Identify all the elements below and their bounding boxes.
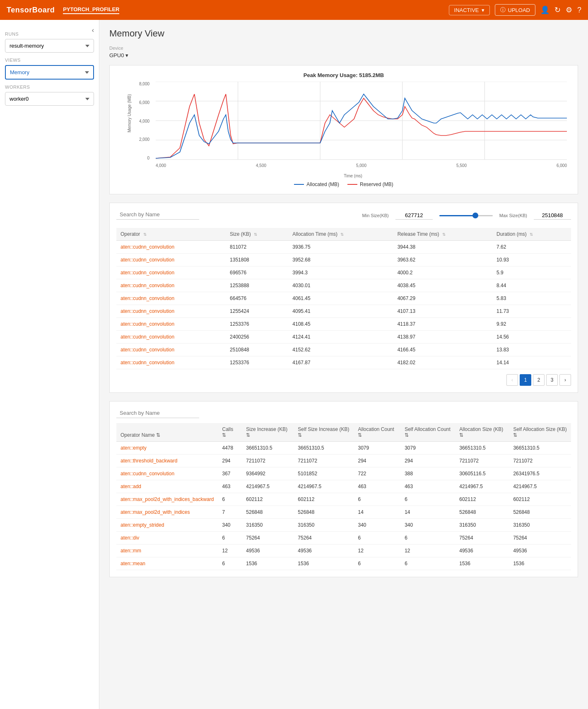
duration-cell: 5.83	[492, 292, 571, 305]
page-2-button[interactable]: 2	[533, 374, 545, 386]
col-size[interactable]: Size (KB) ⇅	[226, 228, 288, 241]
self-alloc-count-cell: 12	[400, 544, 455, 557]
duration-cell: 10.93	[492, 254, 571, 266]
self-size-increase-cell: 4214967.5	[294, 480, 354, 493]
col2-self-size-increase[interactable]: Self Size Increase (KB) ⇅	[294, 423, 354, 442]
operator-cell: aten::cudnn_convolution	[116, 241, 226, 254]
self-size-increase-cell: 75264	[294, 532, 354, 544]
alloc-count-cell: 463	[354, 480, 400, 493]
size-cell: 1253376	[226, 356, 288, 369]
size-cell: 1253376	[226, 318, 288, 331]
calls-cell: 340	[218, 519, 242, 532]
op-name-cell: aten::div	[116, 532, 218, 544]
alloc-size-cell: 30605116.5	[455, 467, 509, 480]
calls-cell: 6	[218, 557, 242, 570]
op-name-cell: aten::mean	[116, 557, 218, 570]
table1-header: Operator ⇅ Size (KB) ⇅ Allocation Time (…	[116, 228, 571, 241]
col2-size-increase[interactable]: Size Increase (KB) ⇅	[242, 423, 294, 442]
op-name-cell: aten::max_pool2d_with_indices_backward	[116, 493, 218, 506]
device-select[interactable]: GPU0 ▾	[109, 52, 578, 58]
table-row: aten::cudnn_convolution 2400256 4124.41 …	[116, 331, 571, 344]
size-increase-cell: 602112	[242, 493, 294, 506]
col2-op-name[interactable]: Operator Name ⇅	[116, 423, 218, 442]
col-duration[interactable]: Duration (ms) ⇅	[492, 228, 571, 241]
col2-calls[interactable]: Calls ⇅	[218, 423, 242, 442]
min-size-input[interactable]	[395, 211, 433, 220]
table-row: aten::empty_strided 340 316350 316350 34…	[116, 519, 571, 532]
duration-cell: 8.44	[492, 279, 571, 292]
table-row: aten::div 6 75264 75264 6 6 75264 75264	[116, 532, 571, 544]
upload-button[interactable]: ⓘ UPLOAD	[495, 4, 535, 16]
calls-cell: 4478	[218, 442, 242, 455]
workers-select[interactable]: worker0	[5, 92, 94, 106]
prev-page-button[interactable]: ‹	[506, 374, 518, 386]
op-name-cell: aten::mm	[116, 544, 218, 557]
release-time-cell: 4118.37	[393, 318, 492, 331]
release-time-cell: 4166.45	[393, 344, 492, 356]
max-size-input[interactable]	[534, 211, 571, 220]
table2-search-input[interactable]	[116, 408, 199, 418]
col-release-time[interactable]: Release Time (ms) ⇅	[393, 228, 492, 241]
alloc-size-cell: 316350	[455, 519, 509, 532]
self-alloc-size-cell: 7211072	[509, 455, 571, 467]
table-row: aten::cudnn_convolution 1351808 3952.68 …	[116, 254, 571, 266]
page-1-button[interactable]: 1	[520, 374, 531, 386]
alloc-size-cell: 1536	[455, 557, 509, 570]
page-3-button[interactable]: 3	[546, 374, 558, 386]
status-button[interactable]: INACTIVE ▾	[449, 5, 490, 15]
col2-self-alloc-size[interactable]: Self Allocation Size (KB) ⇅	[509, 423, 571, 442]
table2: Operator Name ⇅ Calls ⇅ Size Increase (K…	[116, 423, 571, 570]
help-icon[interactable]: ?	[577, 6, 581, 15]
self-size-increase-cell: 1536	[294, 557, 354, 570]
size-increase-cell: 316350	[242, 519, 294, 532]
collapse-button[interactable]: ‹	[92, 27, 94, 34]
col-alloc-time[interactable]: Allocation Time (ms) ⇅	[288, 228, 393, 241]
size-slider[interactable]	[439, 215, 493, 216]
person-icon[interactable]: 👤	[540, 5, 549, 15]
table-row: aten::max_pool2d_with_indices_backward 6…	[116, 493, 571, 506]
size-increase-cell: 1536	[242, 557, 294, 570]
col2-alloc-count[interactable]: Allocation Count ⇅	[354, 423, 400, 442]
self-alloc-count-cell: 6	[400, 532, 455, 544]
sort-icon: ⇅	[246, 432, 250, 438]
col-operator[interactable]: Operator ⇅	[116, 228, 226, 241]
table-row: aten::cudnn_convolution 811072 3936.75 3…	[116, 241, 571, 254]
size-increase-cell: 7211072	[242, 455, 294, 467]
size-cell: 1351808	[226, 254, 288, 266]
size-cell: 2400256	[226, 331, 288, 344]
runs-select[interactable]: result-memory	[5, 39, 94, 53]
chart-title: Peak Memory Usage: 5185.2MB	[116, 72, 571, 78]
sort-icon: ⇅	[530, 232, 533, 237]
page-title: Memory View	[109, 28, 578, 39]
refresh-icon[interactable]: ↻	[554, 5, 561, 15]
device-value: GPU0	[109, 52, 124, 58]
table2-body: aten::empty 4478 36651310.5 36651310.5 3…	[116, 442, 571, 570]
self-size-increase-cell: 602112	[294, 493, 354, 506]
x-axis-title: Time (ms)	[139, 174, 567, 178]
next-page-button[interactable]: ›	[559, 374, 571, 386]
sort-icon: ⇅	[222, 432, 226, 438]
operator-cell: aten::cudnn_convolution	[116, 344, 226, 356]
table-row: aten::mean 6 1536 1536 6 6 1536 1536	[116, 557, 571, 570]
col2-self-alloc-count[interactable]: Self Allocation Count ⇅	[400, 423, 455, 442]
self-size-increase-cell: 36651310.5	[294, 442, 354, 455]
release-time-cell: 4107.13	[393, 305, 492, 318]
operator-cell: aten::cudnn_convolution	[116, 331, 226, 344]
views-select[interactable]: Memory	[5, 65, 94, 80]
sort-icon: ⇅	[405, 432, 409, 438]
alloc-time-cell: 3936.75	[288, 241, 393, 254]
header: TensorBoard PYTORCH_PROFILER INACTIVE ▾ …	[0, 0, 588, 20]
table1-search-input[interactable]	[116, 210, 199, 220]
release-time-cell: 3963.62	[393, 254, 492, 266]
duration-cell: 14.14	[492, 356, 571, 369]
calls-cell: 12	[218, 544, 242, 557]
min-size-label: Min Size(KB)	[362, 213, 389, 218]
col2-alloc-size[interactable]: Allocation Size (KB) ⇅	[455, 423, 509, 442]
op-name-cell: aten::max_pool2d_with_indices	[116, 506, 218, 519]
settings-icon[interactable]: ⚙	[566, 5, 572, 15]
size-increase-cell: 526848	[242, 506, 294, 519]
table-row: aten::threshold_backward 294 7211072 721…	[116, 455, 571, 467]
table-row: aten::mm 12 49536 49536 12 12 49536 4953…	[116, 544, 571, 557]
duration-cell: 9.92	[492, 318, 571, 331]
alloc-time-cell: 4152.62	[288, 344, 393, 356]
